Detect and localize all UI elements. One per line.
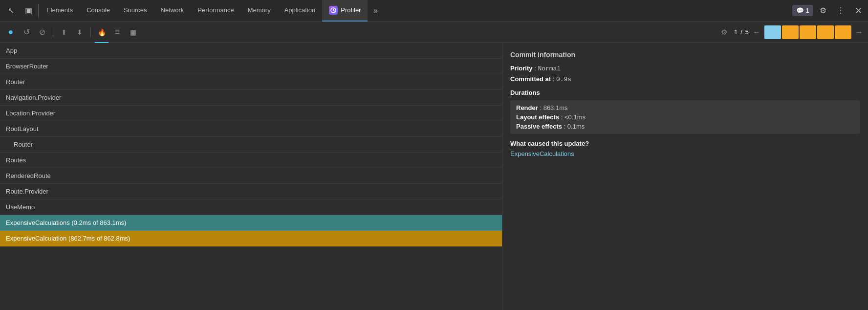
profiler-icon (329, 6, 338, 15)
tree-row-renderedroute[interactable]: RenderedRoute (0, 168, 502, 184)
tab-more-btn[interactable]: » (368, 0, 383, 22)
tree-row-route-provider[interactable]: Route.Provider (0, 184, 502, 199)
commit-total: 5 (745, 28, 749, 36)
tab-sources[interactable]: Sources (117, 0, 154, 22)
render-value: 863.1ms (543, 104, 568, 111)
tree-row-usememo[interactable]: UseMemo (0, 199, 502, 215)
flame-icon: 🔥 (98, 28, 106, 36)
tree-row-browserrouter[interactable]: BrowserRouter (0, 59, 502, 74)
tab-bar-left: ↖ ▣ Elements Console Sources Network Per… (2, 0, 383, 22)
chat-icon: 💬 (796, 7, 804, 14)
passive-label: Passive effects (516, 123, 562, 130)
nav-prev-button[interactable]: ← (752, 27, 761, 38)
stop-button[interactable]: ⊘ (35, 25, 49, 39)
tab-application[interactable]: Application (278, 0, 323, 22)
main-content: App BrowserRouter Router Navigation.Prov… (0, 43, 868, 310)
commit-bar-1[interactable] (764, 25, 781, 39)
cursor-icon-btn[interactable]: ↖ (2, 0, 20, 22)
durations-label: Durations (510, 89, 860, 96)
tree-row-app[interactable]: App (0, 43, 502, 59)
ranked-button[interactable]: ≡ (110, 25, 124, 39)
timeline-icon: ▦ (130, 28, 136, 36)
settings-button[interactable]: ⚙ (815, 3, 831, 19)
tree-row-location-provider[interactable]: Location.Provider (0, 106, 502, 121)
toolbar-divider-1 (53, 27, 53, 37)
chat-count: 1 (806, 7, 809, 14)
tab-profiler[interactable]: Profiler (322, 0, 368, 22)
tab-performance[interactable]: Performance (191, 0, 240, 22)
priority-row: Priority : Normal (510, 65, 860, 72)
commit-bar-2[interactable] (782, 25, 799, 39)
update-question: What caused this update? (510, 140, 589, 147)
tab-divider (38, 4, 39, 18)
tree-row-router-2[interactable]: Router (0, 137, 502, 153)
commit-nav: 1 / 5 (734, 28, 749, 36)
passive-row: Passive effects : 0.1ms (516, 123, 854, 130)
commit-current: 1 (734, 28, 738, 36)
priority-label: Priority (510, 65, 533, 72)
tab-elements[interactable]: Elements (40, 0, 80, 22)
tab-console[interactable]: Console (80, 0, 117, 22)
gear-button[interactable]: ⚙ (717, 25, 731, 39)
download-button[interactable]: ⬇ (73, 25, 87, 39)
toolbar-center: ⚙ 1 / 5 ← → (717, 25, 864, 39)
update-question-row: What caused this update? (510, 140, 860, 147)
committed-value: 0.9s (556, 76, 571, 83)
close-button[interactable]: ✕ (850, 3, 866, 19)
priority-value: Normal (538, 65, 561, 72)
commit-bar-4[interactable] (817, 25, 834, 39)
toolbar: ● ↺ ⊘ ⬆ ⬇ 🔥 ≡ ▦ ⚙ 1 / 5 ← (0, 22, 868, 43)
chat-button[interactable]: 💬 1 (792, 5, 813, 16)
timeline-button[interactable]: ▦ (126, 25, 140, 39)
tab-network[interactable]: Network (154, 0, 191, 22)
tree-row-expensive-calc[interactable]: ExpensiveCalculation (862.7ms of 862.8ms… (0, 231, 502, 246)
render-row: Render : 863.1ms (516, 104, 854, 111)
upload-button[interactable]: ⬆ (57, 25, 71, 39)
render-label: Render (516, 104, 538, 111)
ranked-icon: ≡ (115, 27, 120, 37)
commit-slash: / (740, 28, 742, 36)
record-button[interactable]: ● (4, 25, 18, 39)
layout-row: Layout effects : <0.1ms (516, 113, 854, 121)
layout-label: Layout effects (516, 113, 559, 121)
component-tree: App BrowserRouter Router Navigation.Prov… (0, 43, 502, 310)
panel-title: Commit information (510, 51, 860, 59)
commit-bars (764, 25, 851, 39)
tab-memory[interactable]: Memory (241, 0, 278, 22)
nav-next-button[interactable]: → (854, 27, 864, 38)
commit-bar-5[interactable] (835, 25, 851, 39)
right-panel: Commit information Priority : Normal Com… (502, 43, 868, 310)
layout-value: <0.1ms (564, 113, 586, 121)
tab-bar: ↖ ▣ Elements Console Sources Network Per… (0, 0, 868, 22)
tree-row-rootlayout[interactable]: RootLayout (0, 121, 502, 137)
committed-row: Committed at : 0.9s (510, 75, 860, 83)
toolbar-divider-2 (90, 27, 91, 37)
tree-row-expensive-calcs[interactable]: ExpensiveCalculations (0.2ms of 863.1ms) (0, 215, 502, 231)
more-vert-button[interactable]: ⋮ (833, 3, 848, 19)
durations-box: Render : 863.1ms Layout effects : <0.1ms… (510, 100, 860, 134)
sidebar-icon-btn[interactable]: ▣ (20, 0, 37, 22)
passive-value: 0.1ms (567, 123, 585, 130)
tree-row-router-1[interactable]: Router (0, 74, 502, 90)
flame-chart-button[interactable]: 🔥 (95, 25, 108, 39)
reload-button[interactable]: ↺ (20, 25, 33, 39)
tree-row-routes[interactable]: Routes (0, 153, 502, 168)
update-cause: ExpensiveCalculations (510, 150, 860, 157)
tab-bar-right: 💬 1 ⚙ ⋮ ✕ (792, 3, 866, 19)
profiler-label: Profiler (341, 6, 361, 14)
committed-label: Committed at (510, 75, 551, 83)
commit-bar-3[interactable] (800, 25, 816, 39)
tree-row-nav-provider[interactable]: Navigation.Provider (0, 90, 502, 106)
